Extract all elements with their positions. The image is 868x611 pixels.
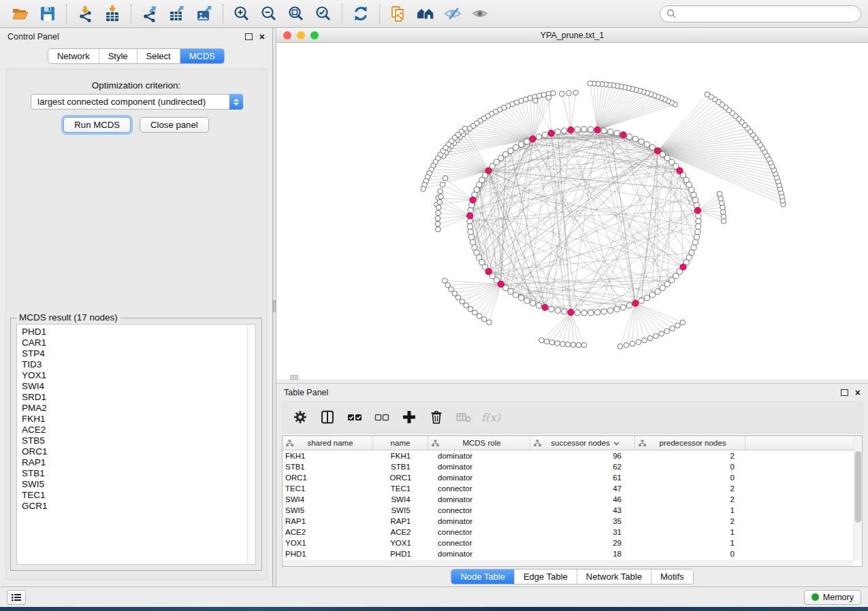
network-node[interactable] (562, 128, 567, 133)
network-node[interactable] (664, 282, 670, 287)
network-node[interactable] (570, 342, 576, 348)
network-node[interactable] (669, 159, 675, 165)
column-header-name[interactable]: name (373, 436, 428, 450)
zoom-fit-button[interactable] (283, 2, 310, 25)
network-node[interactable] (626, 134, 632, 139)
network-node[interactable] (626, 303, 632, 308)
network-node[interactable] (670, 326, 675, 331)
run-mcds-button[interactable]: Run MCDS (63, 117, 131, 133)
network-node[interactable] (508, 148, 513, 153)
mcds-hub-node[interactable] (542, 304, 548, 310)
network-node[interactable] (436, 210, 441, 216)
open-file-button[interactable] (7, 2, 34, 25)
column-header-successor-nodes[interactable]: successor nodes (530, 436, 635, 450)
network-node[interactable] (559, 91, 564, 97)
network-node[interactable] (581, 342, 587, 348)
network-canvas[interactable] (276, 43, 868, 378)
zoom-out-button[interactable] (255, 2, 283, 25)
close-panel-button[interactable]: × (259, 33, 265, 40)
network-node[interactable] (438, 188, 443, 194)
mcds-result-item[interactable]: GCR1 (22, 501, 255, 512)
network-node[interactable] (642, 337, 647, 343)
mcds-hub-node[interactable] (677, 167, 683, 174)
network-node[interactable] (481, 316, 487, 322)
network-node[interactable] (524, 298, 530, 303)
network-node[interactable] (437, 199, 443, 205)
network-node[interactable] (519, 295, 524, 301)
mcds-hub-node[interactable] (654, 148, 660, 154)
network-node[interactable] (608, 129, 613, 135)
network-node[interactable] (696, 218, 701, 224)
mcds-result-item[interactable]: PHD1 (22, 327, 255, 337)
network-node[interactable] (566, 90, 572, 96)
network-node[interactable] (588, 310, 594, 316)
network-node[interactable] (508, 288, 513, 294)
export-image-button[interactable] (191, 2, 218, 25)
network-node[interactable] (639, 298, 644, 303)
mcds-result-item[interactable]: FKH1 (22, 414, 255, 425)
network-node[interactable] (617, 344, 623, 349)
network-node[interactable] (468, 306, 473, 312)
mcds-hub-node[interactable] (485, 167, 492, 174)
splitter-grip[interactable] (273, 300, 276, 312)
search-input[interactable] (681, 9, 854, 18)
column-header-shared-name[interactable]: shared name (283, 436, 373, 450)
network-node[interactable] (649, 145, 655, 150)
network-node[interactable] (692, 197, 698, 203)
network-node[interactable] (594, 310, 600, 315)
close-panel-button-mcds[interactable]: Close panel (140, 117, 209, 133)
network-node[interactable] (588, 127, 594, 132)
mcds-result-item[interactable]: TID3 (22, 359, 255, 370)
mcds-result-item[interactable]: RAP1 (22, 457, 255, 468)
float-table-panel-button[interactable] (841, 389, 848, 396)
mcds-result-item[interactable]: TEC1 (22, 490, 255, 501)
network-node[interactable] (575, 127, 580, 132)
network-node[interactable] (620, 305, 626, 310)
network-node[interactable] (632, 136, 638, 142)
memory-button[interactable]: Memory (804, 590, 861, 605)
tab-edge-table[interactable]: Edge Table (514, 569, 577, 584)
horizontal-splitter-grip[interactable] (290, 375, 298, 380)
network-node[interactable] (644, 295, 649, 301)
show-all-button[interactable] (466, 2, 494, 25)
network-node[interactable] (443, 176, 448, 181)
export-network-button[interactable] (136, 2, 163, 25)
network-node[interactable] (455, 295, 461, 301)
mcds-hub-node[interactable] (680, 264, 686, 270)
network-node[interactable] (647, 335, 653, 341)
network-node[interactable] (675, 323, 681, 329)
column-header-mcds-role[interactable]: MCDS role (428, 436, 530, 450)
network-node[interactable] (452, 291, 457, 297)
mcds-hub-node[interactable] (594, 127, 600, 133)
select-all-rows-button[interactable] (342, 405, 367, 429)
network-node[interactable] (562, 309, 567, 314)
mcds-result-item[interactable]: SWI4 (22, 381, 255, 392)
network-node[interactable] (498, 155, 504, 161)
scrollbar-thumb[interactable] (855, 451, 861, 523)
tab-network-table[interactable]: Network Table (577, 569, 651, 584)
network-node[interactable] (639, 139, 644, 144)
float-panel-button[interactable] (245, 33, 253, 40)
mcds-hub-node[interactable] (467, 213, 473, 219)
mcds-hub-node[interactable] (548, 130, 554, 136)
network-node[interactable] (576, 342, 581, 348)
network-node[interactable] (654, 333, 659, 339)
network-node[interactable] (468, 229, 473, 235)
table-row[interactable]: RAP1RAP1dominator352 (283, 516, 862, 527)
network-node[interactable] (542, 132, 547, 137)
network-node[interactable] (601, 128, 607, 133)
network-node[interactable] (608, 308, 613, 313)
mcds-hub-node[interactable] (568, 127, 574, 133)
table-row[interactable]: PHD1PHD1dominator180 (283, 548, 862, 559)
network-node[interactable] (536, 303, 541, 308)
network-node[interactable] (460, 299, 465, 304)
network-node[interactable] (435, 221, 440, 227)
network-node[interactable] (519, 142, 524, 147)
network-node[interactable] (581, 127, 587, 132)
network-node[interactable] (655, 288, 660, 294)
delete-selected-button[interactable] (424, 405, 449, 429)
save-session-button[interactable] (34, 2, 61, 25)
network-node[interactable] (573, 90, 579, 95)
network-node[interactable] (503, 152, 509, 157)
network-node[interactable] (694, 234, 699, 240)
